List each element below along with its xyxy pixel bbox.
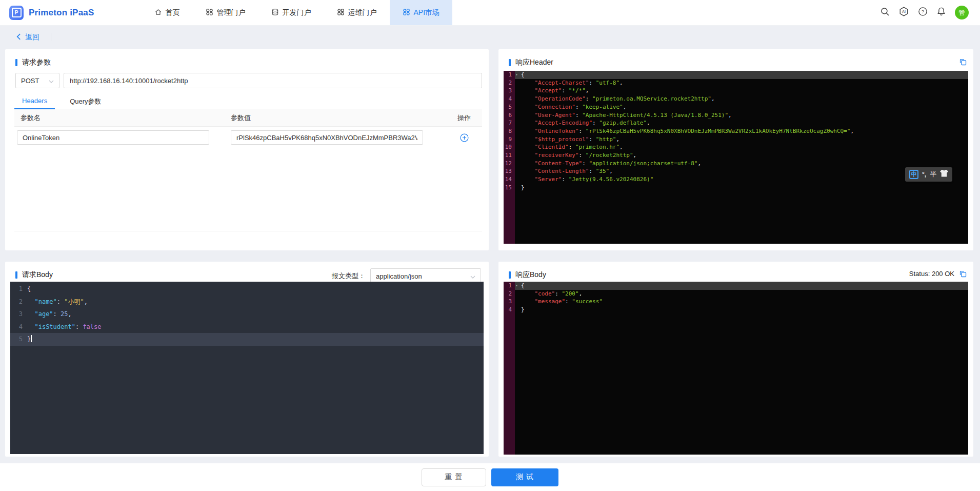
- param-name-input[interactable]: [17, 130, 209, 145]
- home-icon: [154, 8, 162, 17]
- line-number: 4: [504, 306, 515, 314]
- line-number: 2: [10, 296, 27, 308]
- divider: [51, 33, 51, 41]
- line-number: 3: [10, 308, 27, 321]
- line-number: 7: [504, 119, 515, 127]
- copy-icon[interactable]: [959, 58, 967, 66]
- ime-statusbar: 中 °, 半: [905, 167, 952, 182]
- back-label: 返回: [25, 33, 39, 42]
- nav-right-actions: AI ? 管: [880, 0, 969, 25]
- nav-item-label: 首页: [166, 8, 180, 17]
- code-line: 7 "Accept-Encoding": "gzip,deflate",: [504, 119, 968, 127]
- line-number: 4: [10, 321, 27, 333]
- test-button[interactable]: 测 试: [491, 468, 558, 486]
- line-number: 12: [504, 160, 515, 168]
- nav-item-label: 运维门户: [348, 8, 377, 17]
- stack-icon: [271, 8, 279, 17]
- response-body-code[interactable]: 1▾{2 "code": "200",3 "message": "success…: [504, 282, 968, 455]
- line-number: 5: [504, 103, 515, 111]
- code-line: 4 "isStudent": false: [10, 321, 484, 333]
- code-line: 2 "Accept-Charset": "utf-8",: [504, 79, 968, 87]
- method-select[interactable]: POST: [15, 73, 59, 88]
- line-number: 8: [504, 127, 515, 135]
- fold-icon[interactable]: ▾: [515, 282, 518, 290]
- brand[interactable]: P Primeton iPaaS: [9, 6, 94, 20]
- line-number: 2: [504, 290, 515, 298]
- code-line: 13 "Content-Length": "35",: [504, 167, 968, 175]
- nav-item-label: 管理门户: [217, 8, 246, 17]
- code-line: 3 "Accept": "*/*",: [504, 87, 968, 95]
- reset-button[interactable]: 重 置: [422, 468, 486, 486]
- grid-icon: [206, 8, 213, 17]
- bell-icon[interactable]: [936, 7, 946, 18]
- col-param-name: 参数名: [14, 113, 226, 123]
- param-value-input[interactable]: [231, 130, 423, 145]
- nav-item-label: API市场: [414, 8, 440, 17]
- add-param-button[interactable]: [460, 133, 469, 142]
- brand-logo-icon: P: [9, 6, 24, 20]
- copy-icon[interactable]: [959, 270, 967, 278]
- line-number: 13: [504, 167, 515, 175]
- code-line: 1{: [10, 283, 484, 296]
- line-number: 15: [504, 184, 515, 192]
- line-number: 2: [504, 79, 515, 87]
- code-line: 3 "age": 25,: [10, 308, 484, 321]
- code-line: 4 "OperationCode": "primeton.oa.MQServic…: [504, 95, 968, 103]
- nav-item-ops-portal[interactable]: 运维门户: [324, 0, 390, 25]
- nav-items: 首页 管理门户 开发门户 运维门户 API市场: [142, 0, 453, 25]
- line-number: 9: [504, 135, 515, 144]
- help-icon[interactable]: ?: [918, 7, 928, 18]
- ime-skin-icon[interactable]: [940, 170, 948, 179]
- chevron-down-icon: [470, 272, 475, 280]
- panel-title: 响应Body: [509, 270, 546, 280]
- panel-title: 请求参数: [15, 58, 51, 67]
- ai-icon[interactable]: AI: [898, 6, 909, 19]
- brand-name: Primeton iPaaS: [29, 8, 94, 18]
- table-body: [14, 127, 482, 231]
- back-button[interactable]: 返回: [16, 33, 39, 42]
- code-line: 10 "ClientId": "primeton.hr",: [504, 143, 968, 151]
- search-icon[interactable]: [880, 7, 890, 18]
- nav-item-api-market[interactable]: API市场: [390, 0, 453, 25]
- code-line: 5 "Connection": "keep-alive",: [504, 103, 968, 111]
- status-row: Status: 200 OK: [909, 270, 967, 278]
- panel-title: 请求Body: [15, 270, 53, 280]
- response-header-code[interactable]: 1▾{2 "Accept-Charset": "utf-8",3 "Accept…: [504, 71, 968, 244]
- nav-item-home[interactable]: 首页: [142, 0, 193, 25]
- code-line: 9 "$http_protocol": "http",: [504, 135, 968, 144]
- svg-text:?: ?: [922, 9, 924, 14]
- fold-icon[interactable]: ▾: [515, 71, 518, 79]
- content-type-label: 报文类型：: [332, 271, 365, 281]
- code-line: 15}: [504, 184, 968, 192]
- col-actions: 操作: [446, 113, 482, 123]
- line-number: 1: [10, 283, 27, 296]
- chevron-down-icon: [49, 77, 54, 85]
- code-line: 2 "code": "200",: [504, 290, 968, 298]
- request-body-panel: 请求Body 报文类型： application/json 1{2 "name"…: [5, 262, 489, 457]
- line-number: 10: [504, 143, 515, 151]
- table-row: [14, 127, 482, 145]
- nav-item-admin-portal[interactable]: 管理门户: [193, 0, 258, 25]
- ime-punctuation[interactable]: °,: [922, 171, 926, 178]
- svg-text:AI: AI: [902, 9, 906, 14]
- tab-query-params[interactable]: Query参数: [62, 93, 109, 109]
- table-header-row: 参数名 参数值 操作: [14, 109, 482, 127]
- ime-halfwidth[interactable]: 半: [930, 170, 936, 179]
- nav-item-dev-portal[interactable]: 开发门户: [258, 0, 324, 25]
- ime-lang-icon[interactable]: 中: [909, 170, 918, 179]
- tab-headers[interactable]: Headers: [14, 93, 55, 109]
- code-line: 4}: [504, 306, 968, 314]
- url-input[interactable]: [64, 73, 482, 88]
- line-number: 14: [504, 175, 515, 184]
- params-table: 参数名 参数值 操作: [14, 109, 482, 231]
- code-line: 1▾{: [504, 71, 968, 79]
- grid-icon: [403, 8, 410, 17]
- line-number: 11: [504, 151, 515, 160]
- line-number: 3: [504, 87, 515, 95]
- request-body-editor[interactable]: 1{2 "name": "小明",3 "age": 25,4 "isStuden…: [10, 282, 484, 454]
- avatar[interactable]: 管: [955, 6, 969, 19]
- status-badge: Status: 200 OK: [909, 270, 954, 278]
- request-params-panel: 请求参数 POST Headers Query参数 参数名 参数值 操作: [5, 49, 489, 250]
- code-line: 5}: [10, 333, 484, 346]
- param-tabs: Headers Query参数: [14, 93, 482, 110]
